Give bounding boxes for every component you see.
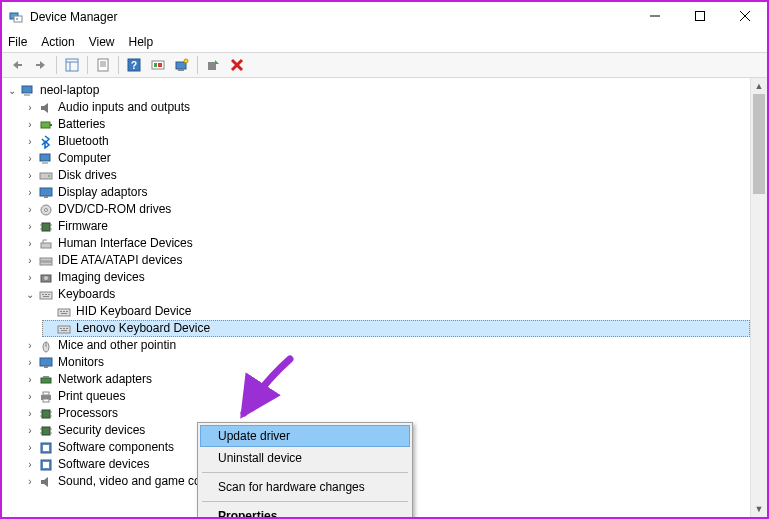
expand-icon[interactable]: › bbox=[24, 136, 36, 148]
expand-icon[interactable]: › bbox=[24, 340, 36, 352]
category-icon bbox=[38, 457, 54, 473]
tree-category[interactable]: › Network adapters bbox=[24, 371, 750, 388]
category-label: Bluetooth bbox=[58, 133, 109, 150]
scan-button[interactable] bbox=[171, 54, 193, 76]
svg-point-48 bbox=[44, 276, 48, 280]
menu-file[interactable]: File bbox=[8, 35, 27, 49]
tree-device-selected[interactable]: Lenovo Keyboard Device bbox=[42, 320, 750, 337]
expand-icon[interactable]: › bbox=[24, 102, 36, 114]
menu-item-uninstall[interactable]: Uninstall device bbox=[200, 447, 410, 469]
svg-rect-21 bbox=[176, 62, 186, 69]
update-driver-button[interactable] bbox=[147, 54, 169, 76]
toolbar-separator bbox=[87, 56, 88, 74]
svg-rect-7 bbox=[18, 64, 22, 66]
expand-icon[interactable]: › bbox=[24, 459, 36, 471]
tree-category[interactable]: › Disk drives bbox=[24, 167, 750, 184]
collapse-icon[interactable]: ⌄ bbox=[6, 85, 18, 97]
category-icon bbox=[38, 270, 54, 286]
help-button[interactable]: ? bbox=[123, 54, 145, 76]
expand-icon[interactable]: › bbox=[24, 442, 36, 454]
scroll-up-icon[interactable]: ▲ bbox=[751, 78, 767, 94]
svg-rect-12 bbox=[98, 59, 108, 71]
expand-icon[interactable]: › bbox=[24, 357, 36, 369]
expand-icon[interactable]: › bbox=[24, 374, 36, 386]
vertical-scrollbar[interactable]: ▲ ▼ bbox=[750, 78, 767, 517]
collapse-icon[interactable]: ⌄ bbox=[24, 289, 36, 301]
tree-category[interactable]: ⌄ Keyboards bbox=[24, 286, 750, 303]
tree-category[interactable]: › Batteries bbox=[24, 116, 750, 133]
properties-button[interactable] bbox=[92, 54, 114, 76]
tree-category[interactable]: › DVD/CD-ROM drives bbox=[24, 201, 750, 218]
category-icon bbox=[38, 474, 54, 490]
tree-category[interactable]: › Print queues bbox=[24, 388, 750, 405]
tree-category[interactable]: › Monitors bbox=[24, 354, 750, 371]
menu-help[interactable]: Help bbox=[129, 35, 154, 49]
svg-rect-49 bbox=[40, 292, 52, 299]
svg-rect-69 bbox=[43, 376, 49, 378]
category-icon bbox=[38, 168, 54, 184]
svg-point-2 bbox=[16, 18, 18, 20]
expand-icon[interactable]: › bbox=[24, 170, 36, 182]
expand-icon[interactable]: › bbox=[24, 204, 36, 216]
scroll-thumb[interactable] bbox=[753, 94, 765, 194]
tree-category[interactable]: › Display adaptors bbox=[24, 184, 750, 201]
tree-category[interactable]: › Human Interface Devices bbox=[24, 235, 750, 252]
svg-rect-45 bbox=[40, 258, 52, 261]
svg-rect-32 bbox=[42, 161, 48, 164]
menu-action[interactable]: Action bbox=[41, 35, 74, 49]
tree-category[interactable]: › Computer bbox=[24, 150, 750, 167]
tree-category[interactable]: › Audio inputs and outputs bbox=[24, 99, 750, 116]
category-label: DVD/CD-ROM drives bbox=[58, 201, 171, 218]
svg-rect-46 bbox=[40, 262, 52, 265]
tree-category[interactable]: › Bluetooth bbox=[24, 133, 750, 150]
category-icon bbox=[38, 355, 54, 371]
tree-category[interactable]: › Imaging devices bbox=[24, 269, 750, 286]
expand-icon[interactable]: › bbox=[24, 153, 36, 165]
show-hide-tree-button[interactable] bbox=[61, 54, 83, 76]
svg-point-34 bbox=[48, 175, 50, 177]
category-icon bbox=[38, 185, 54, 201]
toolbar: ? bbox=[2, 52, 767, 78]
expand-icon[interactable]: › bbox=[24, 119, 36, 131]
expand-icon[interactable]: › bbox=[24, 221, 36, 233]
menu-separator bbox=[202, 472, 408, 473]
expand-icon[interactable]: › bbox=[24, 255, 36, 267]
menu-item-scan[interactable]: Scan for hardware changes bbox=[200, 476, 410, 498]
menu-item-properties[interactable]: Properties bbox=[200, 505, 410, 517]
minimize-button[interactable] bbox=[632, 2, 677, 30]
maximize-button[interactable] bbox=[677, 2, 722, 30]
menu-item-update-driver[interactable]: Update driver bbox=[200, 425, 410, 447]
category-label: Print queues bbox=[58, 388, 125, 405]
expand-icon[interactable]: › bbox=[24, 272, 36, 284]
forward-button[interactable] bbox=[30, 54, 52, 76]
app-icon bbox=[8, 9, 24, 25]
category-label: Display adaptors bbox=[58, 184, 147, 201]
category-label: Monitors bbox=[58, 354, 104, 371]
expand-icon[interactable]: › bbox=[24, 408, 36, 420]
uninstall-button[interactable] bbox=[226, 54, 248, 76]
tree-root[interactable]: ⌄ neol-laptop bbox=[6, 82, 750, 99]
close-button[interactable] bbox=[722, 2, 767, 30]
category-label: Computer bbox=[58, 150, 111, 167]
category-icon bbox=[38, 117, 54, 133]
category-label: Audio inputs and outputs bbox=[58, 99, 190, 116]
tree-category[interactable]: › Processors bbox=[24, 405, 750, 422]
svg-rect-51 bbox=[45, 294, 47, 295]
back-button[interactable] bbox=[6, 54, 28, 76]
svg-rect-20 bbox=[158, 63, 162, 67]
tree-device[interactable]: HID Keyboard Device bbox=[42, 303, 750, 320]
tree-category[interactable]: › Mice and other pointin bbox=[24, 337, 750, 354]
scroll-down-icon[interactable]: ▼ bbox=[751, 501, 767, 517]
expand-icon[interactable]: › bbox=[24, 238, 36, 250]
tree-category[interactable]: › IDE ATA/ATAPI devices bbox=[24, 252, 750, 269]
tree-category[interactable]: › Firmware bbox=[24, 218, 750, 235]
category-label: Keyboards bbox=[58, 286, 115, 303]
menu-view[interactable]: View bbox=[89, 35, 115, 49]
expand-icon[interactable]: › bbox=[24, 476, 36, 488]
expand-icon[interactable]: › bbox=[24, 391, 36, 403]
svg-rect-9 bbox=[66, 59, 78, 71]
expand-icon[interactable]: › bbox=[24, 425, 36, 437]
window-title: Device Manager bbox=[30, 10, 632, 24]
expand-icon[interactable]: › bbox=[24, 187, 36, 199]
add-device-button[interactable] bbox=[202, 54, 224, 76]
